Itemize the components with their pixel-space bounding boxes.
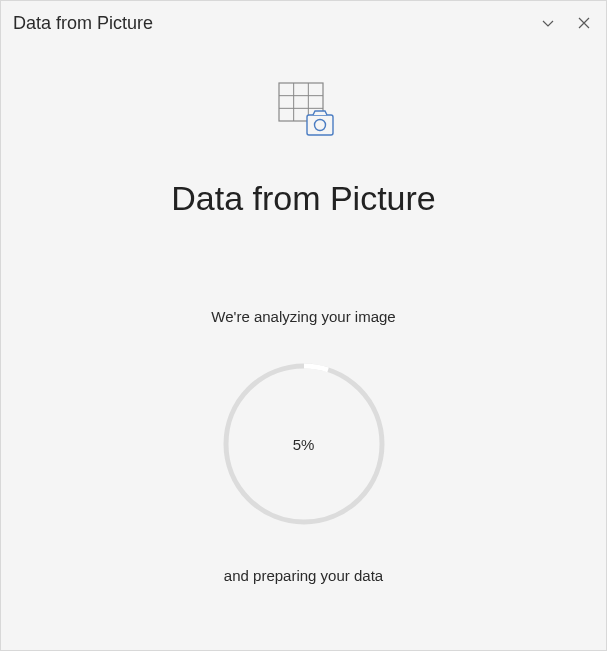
panel-header: Data from Picture (1, 1, 606, 45)
progress-percent-label: 5% (293, 436, 315, 453)
panel-title: Data from Picture (13, 13, 153, 34)
svg-rect-5 (307, 115, 333, 135)
panel-controls (538, 13, 594, 33)
status-text-bottom: and preparing your data (224, 567, 383, 584)
collapse-button[interactable] (538, 13, 558, 33)
data-from-picture-panel: Data from Picture (0, 0, 607, 651)
chevron-down-icon (541, 16, 555, 30)
main-heading: Data from Picture (171, 179, 436, 218)
status-text-top: We're analyzing your image (211, 308, 395, 325)
panel-content: Data from Picture We're analyzing your i… (1, 45, 606, 650)
close-icon (578, 17, 590, 29)
close-button[interactable] (574, 13, 594, 33)
grid-camera-icon (273, 81, 335, 137)
progress-ring: 5% (219, 359, 389, 529)
